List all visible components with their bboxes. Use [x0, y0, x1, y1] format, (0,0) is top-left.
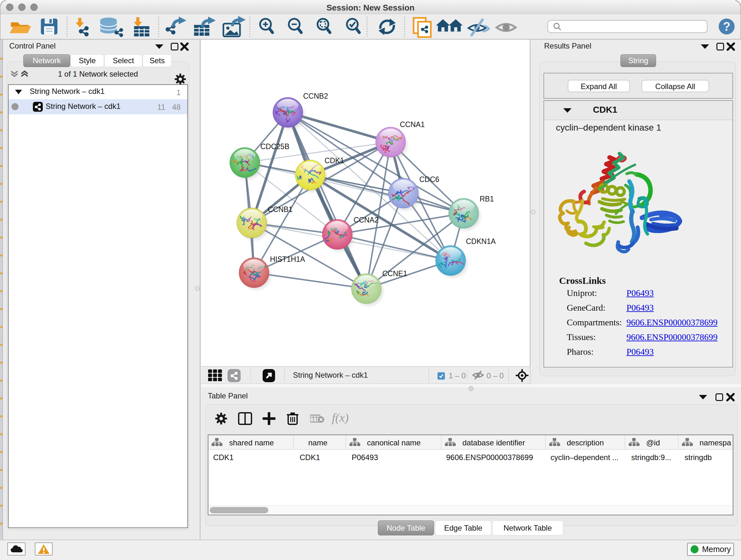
- svg-text:CDKN1A: CDKN1A: [466, 237, 496, 246]
- svg-text:CDC25B: CDC25B: [260, 142, 289, 151]
- svg-text:RB1: RB1: [480, 195, 494, 203]
- svg-text:CCNA2: CCNA2: [354, 216, 379, 224]
- svg-text:CDC6: CDC6: [419, 175, 440, 184]
- svg-text:HIST1H1A: HIST1H1A: [270, 255, 306, 263]
- svg-text:CCNB1: CCNB1: [268, 205, 293, 213]
- svg-text:CCNE1: CCNE1: [382, 269, 407, 278]
- svg-text:CCNB2: CCNB2: [303, 92, 328, 100]
- svg-text:CDK1: CDK1: [325, 157, 344, 165]
- svg-text:CCNA1: CCNA1: [400, 120, 425, 129]
- svg-text:?: ?: [723, 20, 730, 33]
